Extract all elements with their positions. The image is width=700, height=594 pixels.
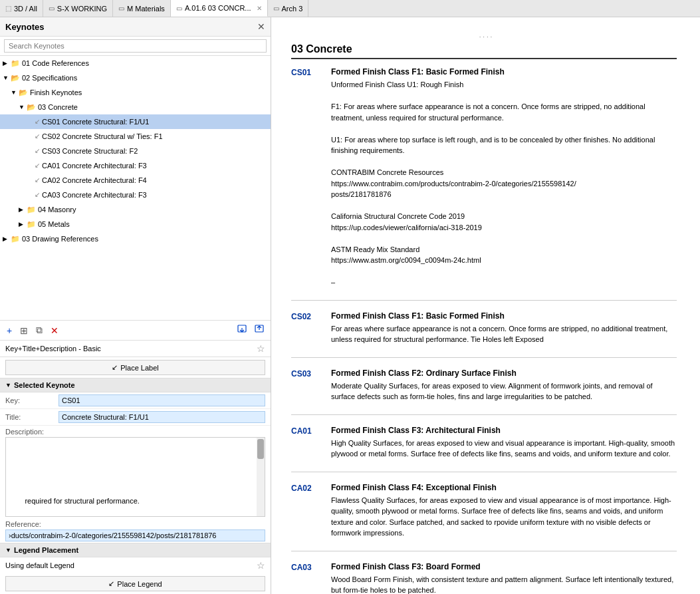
tree-label-cs02: CS02 Concrete Structural w/ Ties: F1 [42,130,163,142]
tree-item-05-metals[interactable]: ▶ 📁 05 Metals [0,217,271,231]
format-bar: Key+Title+Description - Basic ☆ [0,341,271,357]
place-label-text: Place Label [120,364,159,372]
folder-icon-drawing: 📁 [11,233,20,245]
keynote-body-cs02: Formed Finish Class F1: Basic Formed Fin… [331,311,677,349]
arrow-drawing-refs: ▶ [3,233,11,245]
key-label: Key: [5,396,58,404]
arrow-specifications: ▼ [3,72,11,84]
tab-a016-close[interactable]: ✕ [257,5,262,12]
tree-item-04-masonry[interactable]: ▶ 📁 04 Masonry [0,202,271,217]
tree-item-specifications[interactable]: ▼ 📂 02 Specifications [0,71,271,85]
tab-3d-all-label: 3D / All [14,5,37,13]
tree-item-code-refs[interactable]: ▶ 📁 01 Code References [0,56,271,71]
desc-area: → → → → required for structural performa… [5,437,265,517]
desc-scrollbar[interactable] [257,438,265,516]
place-legend-icon: ↙ [108,579,114,588]
keynote-key-cs03: CS03 [291,369,331,406]
keynote-title-ca03: Formed Finish Class F3: Board Formed [331,562,677,571]
keynotes-panel: Keynotes ✕ ▶ 📁 01 Code References ▼ 📂 02… [0,17,271,594]
tab-bar: ⬚ 3D / All ▭ S-X WORKING ▭ M Materials ▭… [0,0,700,17]
folder-icon-metals: 📁 [27,218,36,230]
tab-arch3[interactable]: ▭ Arch 3 [268,0,309,17]
legend-collapse-arrow: ▼ [5,547,11,553]
legend-content: Using default Legend ☆ [0,557,271,573]
desc-text: → → → → required for structural performa… [9,440,262,517]
tab-3d-all[interactable]: ⬚ 3D / All [0,0,43,17]
tab-a016-concrete[interactable]: ▭ A.01.6 03 CONCR... ✕ [171,0,268,17]
tree-toolbar: + ⊞ ⧉ ✕ [0,321,271,341]
tree-item-finish-keynotes[interactable]: ▼ 📂 Finish Keynotes [0,85,271,100]
sheet-icon-3: ▭ [176,5,182,12]
import-button[interactable] [235,323,249,337]
export-button[interactable] [252,323,267,337]
panel-close-button[interactable]: ✕ [257,21,265,32]
tree-label-ca03: CA03 Concrete Architectural: F3 [42,189,147,201]
copy-button[interactable]: ⧉ [33,323,45,337]
tree-label-code-refs: 01 Code References [22,57,89,69]
folder-icon-concrete: 📂 [27,101,36,113]
tree-item-cs01[interactable]: ↙ CS01 Concrete Structural: F1/U1 [0,114,271,129]
sheet-icon-4: ▭ [273,5,279,12]
ref-field: ›ducts/contrabim-2-0/categories/21555981… [5,529,265,541]
key-input[interactable] [58,394,265,406]
keynote-entry-ca01: CA01 Formed Finish Class F3: Architectur… [291,426,677,472]
keynote-body-ca03: Formed Finish Class F3: Board Formed Woo… [331,562,677,595]
selected-keynote-header[interactable]: ▼ Selected Keynote [0,378,271,392]
title-input[interactable] [58,411,265,423]
tree-item-ca02[interactable]: ↙ CA02 Concrete Architectural: F4 [0,173,271,188]
place-legend-text: Place Legend [117,580,162,588]
duplicate-button[interactable]: ⊞ [17,324,31,337]
add-button[interactable]: + [4,324,15,337]
tab-m-materials[interactable]: ▭ M Materials [113,0,171,17]
keynote-text-ca03: Wood Board Form Finish, with consistent … [331,574,677,595]
title-label: Title: [5,413,58,421]
legend-star-button[interactable]: ☆ [257,560,265,571]
tree-label-03-concrete: 03 Concrete [38,101,78,113]
arrow-masonry: ▶ [19,204,27,216]
folder-icon-finish: 📂 [19,86,28,98]
delete-button[interactable]: ✕ [48,324,61,337]
keynote-entry-cs03: CS03 Formed Finish Class F2: Ordinary Su… [291,369,677,415]
tree-item-drawing-refs[interactable]: ▶ 📁 03 Drawing References [0,231,271,246]
keynote-entry-cs02: CS02 Formed Finish Class F1: Basic Forme… [291,311,677,358]
keynote-title-cs03: Formed Finish Class F2: Ordinary Surface… [331,369,677,378]
folder-icon-masonry: 📁 [27,204,36,216]
tree-item-ca01[interactable]: ↙ CA01 Concrete Architectural: F3 [0,158,271,173]
legend-placement-header[interactable]: ▼ Legend Placement [0,543,271,557]
3d-icon: ⬚ [5,5,11,12]
ref-label: Reference: [0,518,271,528]
arrow-finish: ▼ [11,86,19,98]
tree-container[interactable]: ▶ 📁 01 Code References ▼ 📂 02 Specificat… [0,56,271,321]
arrow-code-refs: ▶ [3,57,11,69]
star-button[interactable]: ☆ [257,343,265,354]
tree-item-ca03[interactable]: ↙ CA03 Concrete Architectural: F3 [0,188,271,202]
keynote-key-cs02: CS02 [291,311,331,349]
tree-label-specifications: 02 Specifications [22,72,77,84]
place-label-button[interactable]: ↙ Place Label [5,360,265,375]
keynote-entry-ca02: CA02 Formed Finish Class F4: Exceptional… [291,483,677,551]
leaf-icon-ca02: ↙ [35,174,40,186]
leaf-icon-cs03: ↙ [35,145,40,157]
section-heading: 03 Concrete [291,43,677,59]
tree-item-cs03[interactable]: ↙ CS03 Concrete Structural: F2 [0,144,271,158]
keynote-key-ca02: CA02 [291,483,331,543]
legend-section-title: Legend Placement [14,546,78,554]
place-label-icon: ↙ [112,363,118,372]
keynote-title-cs01: Formed Finish Class F1: Basic Formed Fin… [331,67,677,76]
search-input[interactable] [4,39,267,53]
place-legend-button[interactable]: ↙ Place Legend [5,576,265,591]
collapse-arrow: ▼ [5,382,11,388]
tree-item-cs02[interactable]: ↙ CS02 Concrete Structural w/ Ties: F1 [0,129,271,144]
keynote-title-cs02: Formed Finish Class F1: Basic Formed Fin… [331,311,677,321]
tab-sx-working[interactable]: ▭ S-X WORKING [43,0,113,17]
keynote-key-ca03: CA03 [291,562,331,595]
search-box [0,37,271,56]
legend-section: ▼ Legend Placement Using default Legend … [0,543,271,594]
place-label-row: ↙ Place Label [0,357,271,378]
keynote-text-ca02: Flawless Quality Surfaces, for areas exp… [331,495,677,539]
tree-item-03-concrete[interactable]: ▼ 📂 03 Concrete [0,100,271,114]
keynote-title-ca02: Formed Finish Class F4: Exceptional Fini… [331,483,677,492]
tab-a016-label: A.01.6 03 CONCR... [185,4,251,12]
scroll-top-indicator: · · · · [291,31,680,43]
main-layout: Keynotes ✕ ▶ 📁 01 Code References ▼ 📂 02… [0,17,700,594]
